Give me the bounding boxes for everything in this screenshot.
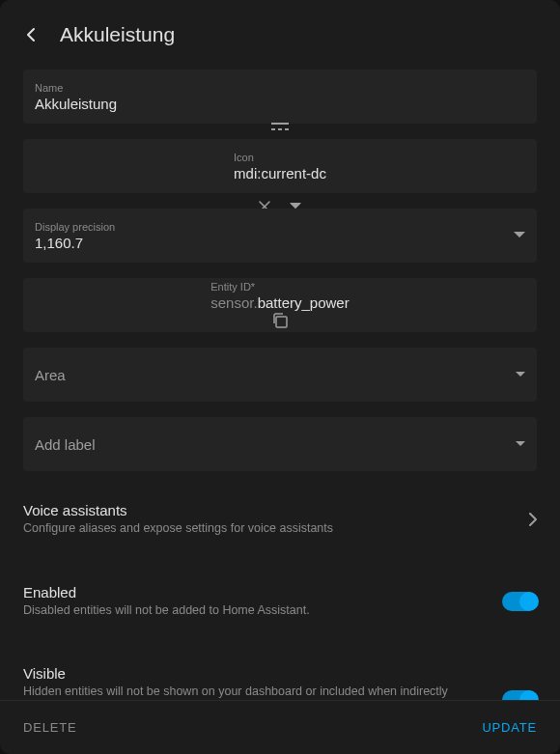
- display-precision-field[interactable]: Display precision 1,160.7: [23, 209, 537, 263]
- back-button[interactable]: [19, 23, 42, 46]
- icon-value: mdi:current-dc: [234, 165, 326, 182]
- svg-rect-6: [276, 317, 287, 327]
- voice-title: Voice assistants: [23, 502, 518, 518]
- name-value: Akkuleistung: [35, 96, 525, 112]
- entity-id-prefix: sensor.: [210, 294, 257, 311]
- voice-chevron: [529, 513, 537, 526]
- svg-marker-8: [516, 441, 525, 446]
- entity-id-field[interactable]: Entity ID* sensor.battery_power: [23, 278, 537, 332]
- entity-id-text: battery_power: [258, 294, 350, 311]
- copy-entity-id-button[interactable]: [268, 311, 292, 330]
- update-button[interactable]: Update: [482, 720, 537, 735]
- area-field[interactable]: Area: [23, 348, 537, 402]
- icon-label: Icon: [234, 152, 326, 163]
- visible-body: Visible Hidden entities will not be show…: [23, 665, 490, 700]
- entity-id-label: Entity ID*: [210, 281, 349, 293]
- icon-field[interactable]: Icon mdi:current-dc: [23, 139, 537, 193]
- enabled-row: Enabled Disabled entities will not be ad…: [23, 569, 537, 635]
- voice-body: Voice assistants Configure aliases and e…: [23, 502, 518, 538]
- enabled-title: Enabled: [23, 584, 490, 600]
- visible-row: Visible Hidden entities will not be show…: [23, 650, 537, 700]
- label-placeholder: Add label: [35, 436, 525, 453]
- copy-icon: [270, 311, 290, 330]
- display-precision-label: Display precision: [35, 221, 525, 233]
- label-field[interactable]: Add label: [23, 417, 537, 471]
- svg-rect-3: [285, 128, 289, 130]
- dialog-footer: Delete Update: [0, 700, 560, 754]
- svg-rect-1: [271, 128, 275, 130]
- delete-button[interactable]: Delete: [23, 720, 76, 735]
- area-dropdown-button[interactable]: [516, 372, 525, 377]
- area-placeholder: Area: [35, 367, 525, 383]
- enabled-toggle[interactable]: [502, 592, 537, 611]
- voice-assistants-row[interactable]: Voice assistants Configure aliases and e…: [23, 487, 537, 553]
- enabled-subtitle: Disabled entities will not be added to H…: [23, 602, 490, 620]
- visible-subtitle: Hidden entities will not be shown on you…: [23, 684, 490, 700]
- dialog-content: Name Akkuleistung Icon mdi:current-dc: [0, 70, 560, 700]
- svg-rect-2: [278, 128, 282, 130]
- precision-dropdown-button[interactable]: [514, 232, 525, 239]
- entity-id-value: sensor.battery_power: [210, 294, 349, 311]
- dialog-title: Akkuleistung: [60, 23, 175, 46]
- svg-marker-4: [290, 203, 301, 209]
- entity-settings-dialog: Akkuleistung Name Akkuleistung Icon mdi:…: [0, 0, 560, 754]
- caret-down-icon: [514, 232, 525, 239]
- dialog-header: Akkuleistung: [0, 0, 560, 70]
- caret-down-icon: [516, 441, 525, 447]
- display-precision-value: 1,160.7: [35, 235, 525, 251]
- toggle-thumb: [519, 690, 539, 700]
- entity-id-body: Entity ID* sensor.battery_power: [210, 281, 349, 311]
- chevron-left-icon: [26, 27, 36, 42]
- toggle-thumb: [519, 592, 539, 611]
- chevron-right-icon: [529, 513, 537, 526]
- label-dropdown-button[interactable]: [516, 441, 525, 447]
- svg-rect-0: [271, 123, 289, 125]
- voice-subtitle: Configure aliases and expose settings fo…: [23, 520, 518, 538]
- svg-marker-5: [514, 232, 525, 237]
- icon-body: Icon mdi:current-dc: [234, 152, 326, 182]
- visible-toggle[interactable]: [502, 690, 537, 700]
- svg-marker-7: [516, 372, 525, 377]
- enabled-body: Enabled Disabled entities will not be ad…: [23, 584, 490, 620]
- name-label: Name: [35, 82, 525, 94]
- caret-down-icon: [516, 372, 525, 377]
- visible-title: Visible: [23, 665, 490, 682]
- current-dc-icon: [268, 115, 292, 138]
